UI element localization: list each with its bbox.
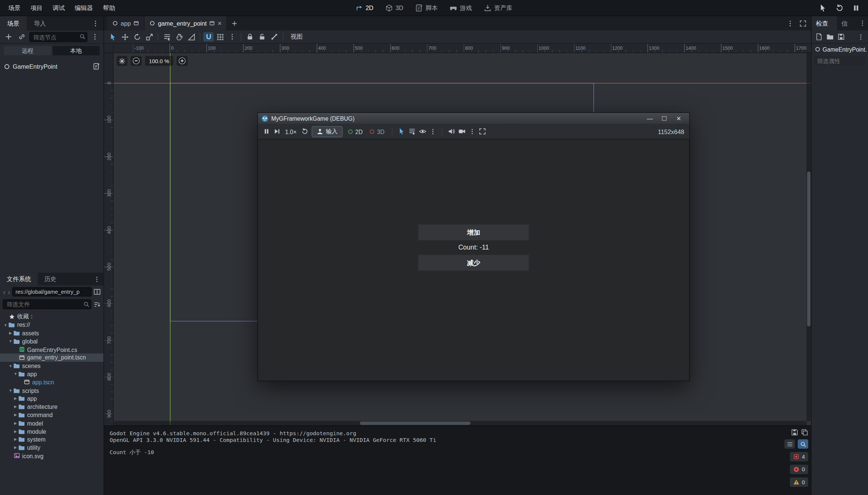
increase-button[interactable]: 增加 <box>418 224 529 241</box>
save-resource-icon[interactable] <box>838 33 845 40</box>
fs-item-scenes[interactable]: ▼ scenes <box>0 362 104 370</box>
suspend-game-icon[interactable] <box>263 128 270 135</box>
debugger-badge[interactable]: 4 <box>790 452 809 461</box>
scene-tab-app[interactable]: app <box>107 16 145 30</box>
fs-item-utility[interactable]: ▶ utility <box>0 443 104 452</box>
maximize-button[interactable]: ☐ <box>657 113 671 124</box>
game-list-select-icon[interactable] <box>408 128 415 135</box>
game-select-tool-icon[interactable] <box>398 128 405 135</box>
fs-item-assets[interactable]: ▶ assets <box>0 329 104 337</box>
external-output-icon[interactable] <box>791 429 798 436</box>
copy-output-icon[interactable] <box>801 429 808 436</box>
chevron-right-icon[interactable]: ▶ <box>13 445 18 450</box>
tab-import-dock[interactable]: 导入 <box>27 16 54 30</box>
chevron-right-icon[interactable]: ▶ <box>13 437 18 442</box>
rotate-tool-icon[interactable] <box>131 31 143 42</box>
attached-script-icon[interactable] <box>93 63 100 70</box>
chevron-down-icon[interactable]: ▼ <box>8 388 13 392</box>
chevron-right-icon[interactable]: ▶ <box>13 413 18 417</box>
pause-icon[interactable] <box>852 4 860 12</box>
filter-files-input[interactable] <box>3 299 91 309</box>
zoom-in-icon[interactable] <box>176 56 188 66</box>
fs-item-app-tscn[interactable]: app.tscn <box>0 378 104 386</box>
smart-snap-icon[interactable] <box>203 32 214 41</box>
editor-game-button[interactable]: 游戏 <box>444 1 477 14</box>
input-mode-button[interactable]: 输入 <box>311 126 342 137</box>
skeleton-bone-icon[interactable] <box>269 31 280 42</box>
grid-snap-icon[interactable] <box>214 31 226 42</box>
minimize-button[interactable]: — <box>643 113 657 124</box>
mode-3d-button[interactable]: 3D <box>367 128 386 135</box>
close-tab-icon[interactable]: × <box>218 19 221 27</box>
nav-back-button[interactable]: ‹ <box>3 286 6 297</box>
local-tab[interactable]: 本地 <box>52 46 100 55</box>
mute-audio-icon[interactable] <box>448 128 455 135</box>
menu-editor[interactable]: 编辑器 <box>70 0 98 16</box>
scale-tool-icon[interactable] <box>143 31 155 42</box>
restart-icon[interactable] <box>835 4 843 12</box>
unlock-icon[interactable] <box>256 31 268 42</box>
scene-dock-menu-dots-icon[interactable] <box>89 31 101 42</box>
zoom-out-icon[interactable] <box>131 56 142 66</box>
cursor-icon[interactable] <box>819 4 827 12</box>
dock-menu-dots-icon[interactable] <box>92 20 99 27</box>
fs-dock-menu-dots-icon[interactable] <box>94 276 100 283</box>
editor-3d-button[interactable]: 3D <box>380 1 409 14</box>
fs-item-res-root[interactable]: ▼ res:// <box>0 321 104 329</box>
editor-2d-button[interactable]: 2D <box>350 1 379 14</box>
visibility-eye-icon[interactable] <box>419 128 426 135</box>
camera-options-dots-icon[interactable] <box>469 128 475 135</box>
pan-tool-icon[interactable] <box>173 31 185 42</box>
filter-nodes-input[interactable] <box>29 32 87 42</box>
zoom-level-label[interactable]: 100.0 % <box>145 56 173 66</box>
fs-item-game-entry-point-tscn[interactable]: game_entry_point.tscn <box>0 354 104 362</box>
fullscreen-icon[interactable] <box>479 128 486 135</box>
tab-inspector[interactable]: 检查器 <box>812 16 837 30</box>
editor-assetlib-button[interactable]: 资产库 <box>479 1 518 14</box>
scene-tree-root-node[interactable]: GameEntryPoint <box>0 61 104 71</box>
fs-item-scripts-app[interactable]: ▶ app <box>0 394 104 403</box>
fs-item-model[interactable]: ▶ model <box>0 419 104 427</box>
vertical-scrollbar[interactable] <box>807 53 811 421</box>
fs-item-architecture[interactable]: ▶ architecture <box>0 403 104 411</box>
select-tool-icon[interactable] <box>107 31 119 42</box>
chevron-down-icon[interactable]: ▼ <box>8 339 13 343</box>
output-search-icon[interactable] <box>798 439 808 449</box>
warnings-badge[interactable]: 0 <box>790 478 809 487</box>
tab-filesystem[interactable]: 文件系统 <box>0 273 38 285</box>
decrease-button[interactable]: 减少 <box>418 254 529 271</box>
fs-item-gameentrypoint-cs[interactable]: GameEntryPoint.cs <box>0 345 104 354</box>
mode-2d-button[interactable]: 2D <box>346 128 365 135</box>
current-path-field[interactable] <box>12 287 92 296</box>
reset-icon[interactable] <box>301 128 308 135</box>
split-view-icon[interactable] <box>94 288 101 295</box>
tab-signals[interactable]: 信号 <box>837 16 857 30</box>
fs-item-scripts[interactable]: ▼ scripts <box>0 386 104 394</box>
dock-menu-dots-icon[interactable] <box>859 20 866 27</box>
chevron-right-icon[interactable]: ▶ <box>13 429 18 433</box>
scrollbar-thumb[interactable] <box>807 172 810 326</box>
menu-scene[interactable]: 场景 <box>3 0 26 16</box>
load-resource-folder-icon[interactable] <box>826 33 833 40</box>
lock-icon[interactable] <box>244 31 256 42</box>
sort-files-icon[interactable] <box>94 301 101 308</box>
new-scene-tab-button[interactable] <box>227 16 242 30</box>
fs-item-system[interactable]: ▶ system <box>0 435 104 443</box>
new-resource-icon[interactable] <box>815 33 822 40</box>
output-filter-list-icon[interactable] <box>784 439 795 449</box>
chevron-down-icon[interactable]: ▼ <box>8 364 13 368</box>
filter-properties-input[interactable] <box>814 56 865 65</box>
fs-item-favorites[interactable]: 收藏： <box>0 313 104 321</box>
remote-tab[interactable]: 远程 <box>4 46 51 55</box>
center-view-icon[interactable] <box>117 56 127 66</box>
canvas-2d[interactable]: 100.0 % MyGFrameworkGame (DEBUG) — ☐ <box>113 53 811 426</box>
tab-scene-dock[interactable]: 场景 <box>0 16 27 30</box>
fs-item-scenes-app[interactable]: ▼ app <box>0 370 104 378</box>
menu-project[interactable]: 项目 <box>26 0 48 16</box>
chevron-right-icon[interactable]: ▶ <box>13 404 18 409</box>
menu-help[interactable]: 帮助 <box>98 0 120 16</box>
fs-item-global[interactable]: ▼ global <box>0 337 104 345</box>
game-window-titlebar[interactable]: MyGFrameworkGame (DEBUG) — ☐ ✕ <box>258 113 689 124</box>
scene-tab-game-entry-point[interactable]: game_entry_point × <box>145 16 227 30</box>
inspector-menu-dots-icon[interactable] <box>858 33 864 40</box>
